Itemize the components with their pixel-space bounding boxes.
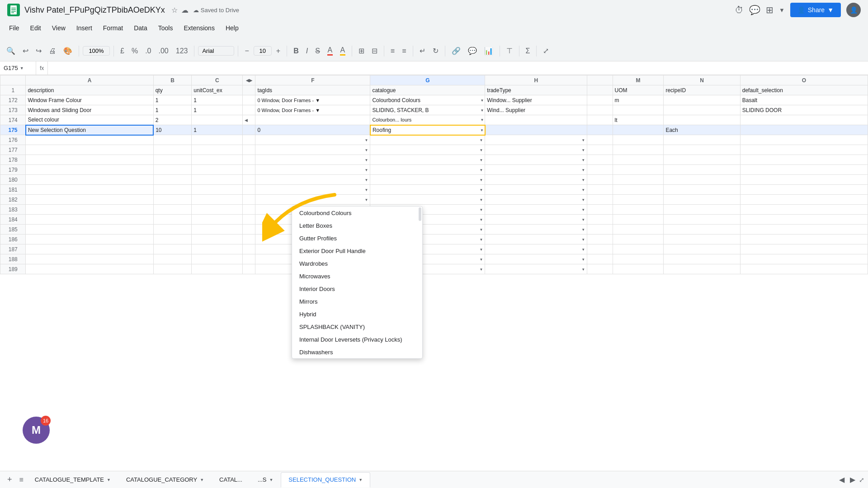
menu-help[interactable]: Help xyxy=(220,22,244,34)
cell-174-B[interactable]: 2 xyxy=(153,115,192,125)
cell-172-O[interactable]: Basalt xyxy=(740,95,868,105)
meeting-icon[interactable]: ⊞ xyxy=(766,5,774,15)
cell-176-N[interactable] xyxy=(664,135,740,145)
cell-ref-chevron[interactable]: ▼ xyxy=(20,66,24,70)
filter-button[interactable]: ⊤ xyxy=(504,45,515,57)
font-selector[interactable]: Arial xyxy=(198,46,234,56)
decrease-decimals-button[interactable]: .0 xyxy=(142,45,154,57)
cell-175-G[interactable]: ▼ xyxy=(370,125,485,135)
undo-button[interactable]: ↩ xyxy=(20,45,31,57)
catalogue-dropdown[interactable]: Colourbond Colours Letter Boxes Gutter P… xyxy=(292,206,423,359)
tab-expand-button[interactable]: ⤢ xyxy=(859,476,864,483)
cell-173-O[interactable]: SLIDING DOOR xyxy=(740,105,868,115)
cell-174-M[interactable]: lt xyxy=(613,115,664,125)
sheets-menu-button[interactable]: ≡ xyxy=(16,474,27,486)
tab-selection-question[interactable]: SELECTION_QUESTION ▼ xyxy=(281,472,370,488)
cell-172-C[interactable]: 1 xyxy=(192,95,243,105)
col-header-B[interactable]: B xyxy=(153,75,192,85)
cell-174-C[interactable] xyxy=(192,115,243,125)
wrap-text-button[interactable]: ↵ xyxy=(417,45,428,57)
cell-172-F[interactable]: 0 Window, Door Frames - ▼ xyxy=(255,95,370,105)
cell-175-C[interactable]: 1 xyxy=(192,125,243,135)
font-size-display[interactable]: 10 xyxy=(254,46,272,56)
redo-button[interactable]: ↪ xyxy=(33,45,44,57)
roofing-input[interactable] xyxy=(373,127,476,133)
comment-cell-button[interactable]: 💬 xyxy=(465,45,480,57)
share-button[interactable]: 👤 👤 Share ▼ xyxy=(790,3,841,17)
tab-s[interactable]: ...S ▼ xyxy=(250,472,281,488)
dropdown-item-mirrors[interactable]: Mirrors xyxy=(292,295,422,308)
cell-173-N[interactable] xyxy=(664,105,740,115)
cell-174-A[interactable]: Select colour xyxy=(26,115,153,125)
cell-172-N[interactable] xyxy=(664,95,740,105)
col-header-G[interactable]: G xyxy=(370,75,485,85)
dropdown-item-internal-door[interactable]: Internal Door Leversets (Privacy Locks) xyxy=(292,333,422,346)
cell-175-B[interactable]: 10 xyxy=(153,125,192,135)
dropdown-item-interior-doors[interactable]: Interior Doors xyxy=(292,282,422,295)
cell-173-M[interactable] xyxy=(613,105,664,115)
menu-insert[interactable]: Insert xyxy=(71,22,98,34)
cell-175-N[interactable]: Each xyxy=(664,125,740,135)
cell-172-G[interactable]: Colourbond Colours xyxy=(370,95,485,105)
cell-176-H[interactable]: ▼ xyxy=(485,135,587,145)
dropdown-item-letterboxes[interactable]: Letter Boxes xyxy=(292,219,422,232)
chart-button[interactable]: 📊 xyxy=(481,45,496,57)
percent-button[interactable]: % xyxy=(129,45,141,57)
cell-173-C[interactable]: 1 xyxy=(192,105,243,115)
cell-174-H[interactable] xyxy=(485,115,587,125)
cell-176-O[interactable] xyxy=(740,135,868,145)
menu-tools[interactable]: Tools xyxy=(153,22,179,34)
dropdown-item-colourbond[interactable]: Colourbond Colours xyxy=(292,206,422,219)
dropdown-item-microwaves[interactable]: Microwaves xyxy=(292,270,422,282)
cell-172-B[interactable]: 1 xyxy=(153,95,192,105)
cell-175-F[interactable]: 0 xyxy=(255,125,370,135)
dropdown-item-door-handle[interactable]: Exterior Door Pull Handle xyxy=(292,244,422,257)
add-sheet-button[interactable]: + xyxy=(4,473,16,486)
cell-172-A[interactable]: Window Frame Colour xyxy=(26,95,153,105)
col-header-C[interactable]: C xyxy=(192,75,243,85)
cell-175-H[interactable] xyxy=(485,125,587,135)
bold-button[interactable]: B xyxy=(291,45,302,57)
cell-174-F[interactable] xyxy=(255,115,370,125)
cell-175-O[interactable] xyxy=(740,125,868,135)
cell-174-N[interactable] xyxy=(664,115,740,125)
cell-173-B[interactable]: 1 xyxy=(153,105,192,115)
strikethrough-button[interactable]: S xyxy=(312,45,323,57)
cell-176-M[interactable] xyxy=(613,135,664,145)
col-header-M[interactable]: M xyxy=(613,75,664,85)
align-right-button[interactable]: ≡ xyxy=(399,45,409,57)
align-left-button[interactable]: ≡ xyxy=(388,45,397,57)
col-header-N[interactable]: N xyxy=(664,75,740,85)
cell-175-A[interactable]: New Selection Question xyxy=(26,125,153,135)
print-button[interactable]: 🖨 xyxy=(46,45,59,57)
expand-button[interactable]: ⤢ xyxy=(540,45,552,57)
dropdown-item-hybrid[interactable]: Hybrid xyxy=(292,308,422,320)
increase-decimals-button[interactable]: .00 xyxy=(156,45,171,57)
currency-button[interactable]: £ xyxy=(118,45,127,57)
menu-extensions[interactable]: Extensions xyxy=(178,22,220,34)
cell-176-F[interactable]: ▼ xyxy=(255,135,370,145)
tab-catalogue-category[interactable]: CATALOGUE_CATEGORY ▼ xyxy=(118,472,212,488)
cell-176-G[interactable]: ▼ xyxy=(370,135,485,145)
cell-176-A[interactable] xyxy=(26,135,153,145)
dropdown-item-gutters[interactable]: Gutter Profiles xyxy=(292,232,422,244)
zoom-display[interactable]: 100% xyxy=(83,46,110,56)
cell-174-O[interactable] xyxy=(740,115,868,125)
rotate-button[interactable]: ↻ xyxy=(430,45,441,57)
menu-view[interactable]: View xyxy=(47,22,71,34)
cell-174-G[interactable]: Colourbon... lours xyxy=(370,115,485,125)
dropdown-item-dishwashers[interactable]: Dishwashers xyxy=(292,346,422,358)
cell-173-F[interactable]: 0 Window, Door Frames - ▼ xyxy=(255,105,370,115)
menu-data[interactable]: Data xyxy=(128,22,153,34)
italic-button[interactable]: I xyxy=(303,45,311,57)
font-size-increase-button[interactable]: + xyxy=(274,45,283,57)
cell-176-C[interactable] xyxy=(192,135,243,145)
dropdown-item-splashback[interactable]: SPLASHBACK (VANITY) xyxy=(292,320,422,333)
cell-172-M[interactable]: m xyxy=(613,95,664,105)
cell-176-B[interactable] xyxy=(153,135,192,145)
cell-173-H[interactable]: Wind... Supplier xyxy=(485,105,587,115)
col-header-F[interactable]: F xyxy=(255,75,370,85)
user-avatar[interactable]: 👤 xyxy=(846,3,861,17)
tab-catalogue-template[interactable]: CATALOGUE_TEMPLATE ▼ xyxy=(27,472,118,488)
paint-format-button[interactable]: 🎨 xyxy=(61,45,75,57)
